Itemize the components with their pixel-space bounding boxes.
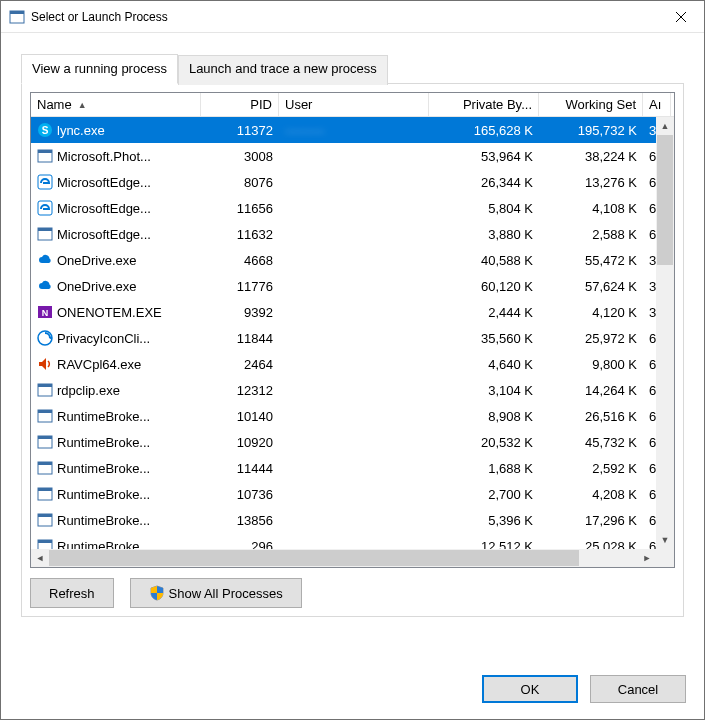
dialog-window: Select or Launch Process View a running … <box>0 0 705 720</box>
svg-rect-26 <box>38 488 52 491</box>
process-name: RAVCpl64.exe <box>57 357 141 372</box>
ok-button[interactable]: OK <box>482 675 578 703</box>
scroll-right-arrow-icon[interactable]: ► <box>638 549 656 567</box>
svg-text:N: N <box>42 308 49 318</box>
scroll-up-arrow-icon[interactable]: ▲ <box>656 117 674 135</box>
table-row[interactable]: RuntimeBroke...101408,908 K26,516 K64 <box>31 403 674 429</box>
cell-private-bytes: 5,396 K <box>429 513 539 528</box>
cell-working-set: 17,296 K <box>539 513 643 528</box>
table-row[interactable]: PrivacyIconCli...1184435,560 K25,972 K64 <box>31 325 674 351</box>
cloud-icon <box>37 278 53 294</box>
process-list[interactable]: Name ▲ PID User Private By... Working Se… <box>30 92 675 568</box>
cell-pid: 3008 <box>201 149 279 164</box>
scroll-left-arrow-icon[interactable]: ◄ <box>31 549 49 567</box>
process-name: MicrosoftEdge... <box>57 175 151 190</box>
cancel-button[interactable]: Cancel <box>590 675 686 703</box>
cell-private-bytes: 5,804 K <box>429 201 539 216</box>
cell-working-set: 195,732 K <box>539 123 643 138</box>
table-row[interactable]: RAVCpl64.exe24644,640 K9,800 K64 <box>31 351 674 377</box>
default-icon <box>37 486 53 502</box>
table-row[interactable]: Slync.exe11372···········165,628 K195,73… <box>31 117 674 143</box>
th-name[interactable]: Name ▲ <box>31 93 201 116</box>
svg-rect-20 <box>38 410 52 413</box>
svg-rect-18 <box>38 384 52 387</box>
tab-view-running[interactable]: View a running process <box>21 54 178 84</box>
refresh-button-label: Refresh <box>49 586 95 601</box>
table-row[interactable]: MicrosoftEdge...116323,880 K2,588 K64 <box>31 221 674 247</box>
th-private-bytes[interactable]: Private By... <box>429 93 539 116</box>
cell-working-set: 26,516 K <box>539 409 643 424</box>
horizontal-scroll-thumb[interactable] <box>49 550 579 566</box>
table-row[interactable]: MicrosoftEdge...807626,344 K13,276 K64 <box>31 169 674 195</box>
refresh-button[interactable]: Refresh <box>30 578 114 608</box>
process-name: MicrosoftEdge... <box>57 227 151 242</box>
th-pid[interactable]: PID <box>201 93 279 116</box>
cell-name: OneDrive.exe <box>31 252 201 268</box>
table-row[interactable]: RuntimeBroke...107362,700 K4,208 K64 <box>31 481 674 507</box>
cell-pid: 2464 <box>201 357 279 372</box>
default-icon <box>37 460 53 476</box>
process-name: rdpclip.exe <box>57 383 120 398</box>
cell-name: MicrosoftEdge... <box>31 200 201 216</box>
dialog-footer: OK Cancel <box>1 659 704 719</box>
cell-private-bytes: 53,964 K <box>429 149 539 164</box>
cell-private-bytes: 60,120 K <box>429 279 539 294</box>
show-all-button-label: Show All Processes <box>169 586 283 601</box>
vertical-scroll-thumb[interactable] <box>657 135 673 265</box>
content-area: View a running process Launch and trace … <box>1 33 704 659</box>
table-row[interactable]: RuntimeBroke...1092020,532 K45,732 K64 <box>31 429 674 455</box>
table-row[interactable]: RuntimeBroke...114441,688 K2,592 K64 <box>31 455 674 481</box>
close-button[interactable] <box>658 1 704 32</box>
cell-working-set: 4,208 K <box>539 487 643 502</box>
cell-pid: 9392 <box>201 305 279 320</box>
cell-private-bytes: 3,880 K <box>429 227 539 242</box>
edge-icon <box>37 174 53 190</box>
cell-name: Slync.exe <box>31 122 201 138</box>
app-icon <box>9 9 25 25</box>
cell-name: RuntimeBroke... <box>31 434 201 450</box>
cell-private-bytes: 35,560 K <box>429 331 539 346</box>
table-row[interactable]: OneDrive.exe1177660,120 K57,624 K32 <box>31 273 674 299</box>
cell-name: RuntimeBroke... <box>31 408 201 424</box>
default-icon <box>37 382 53 398</box>
th-working-set[interactable]: Working Set <box>539 93 643 116</box>
table-row[interactable]: MicrosoftEdge...116565,804 K4,108 K64 <box>31 195 674 221</box>
sort-asc-icon: ▲ <box>78 100 87 110</box>
process-name: RuntimeBroke... <box>57 409 150 424</box>
process-name: PrivacyIconCli... <box>57 331 150 346</box>
table-row[interactable]: OneDrive.exe466840,588 K55,472 K32 <box>31 247 674 273</box>
th-arch[interactable]: Aı <box>643 93 671 116</box>
tab-launch-trace[interactable]: Launch and trace a new process <box>178 55 388 85</box>
cell-pid: 10736 <box>201 487 279 502</box>
process-name: lync.exe <box>57 123 105 138</box>
svg-rect-30 <box>38 540 52 543</box>
tab-panel: Name ▲ PID User Private By... Working Se… <box>21 83 684 617</box>
cell-working-set: 13,276 K <box>539 175 643 190</box>
table-row[interactable]: RuntimeBroke...138565,396 K17,296 K64 <box>31 507 674 533</box>
cell-working-set: 2,592 K <box>539 461 643 476</box>
horizontal-scroll-track[interactable] <box>49 549 638 567</box>
th-user[interactable]: User <box>279 93 429 116</box>
process-name: OneDrive.exe <box>57 253 136 268</box>
default-icon <box>37 226 53 242</box>
cell-pid: 11776 <box>201 279 279 294</box>
process-name: Microsoft.Phot... <box>57 149 151 164</box>
table-row[interactable]: Microsoft.Phot...300853,964 K38,224 K64 <box>31 143 674 169</box>
show-all-processes-button[interactable]: Show All Processes <box>130 578 302 608</box>
table-body: Slync.exe11372···········165,628 K195,73… <box>31 117 674 567</box>
cell-name: MicrosoftEdge... <box>31 174 201 190</box>
table-row[interactable]: NONENOTEM.EXE93922,444 K4,120 K32 <box>31 299 674 325</box>
svg-rect-11 <box>38 228 52 231</box>
scroll-down-arrow-icon[interactable]: ▼ <box>656 531 674 549</box>
cell-working-set: 57,624 K <box>539 279 643 294</box>
horizontal-scrollbar[interactable]: ◄ ► <box>31 549 674 567</box>
cell-pid: 10920 <box>201 435 279 450</box>
cell-pid: 10140 <box>201 409 279 424</box>
th-name-label: Name <box>37 97 72 112</box>
cell-pid: 11372 <box>201 123 279 138</box>
table-row[interactable]: rdpclip.exe123123,104 K14,264 K64 <box>31 377 674 403</box>
default-icon <box>37 434 53 450</box>
vertical-scrollbar[interactable]: ▲ ▼ <box>656 117 674 549</box>
process-name: RuntimeBroke... <box>57 435 150 450</box>
cell-pid: 13856 <box>201 513 279 528</box>
